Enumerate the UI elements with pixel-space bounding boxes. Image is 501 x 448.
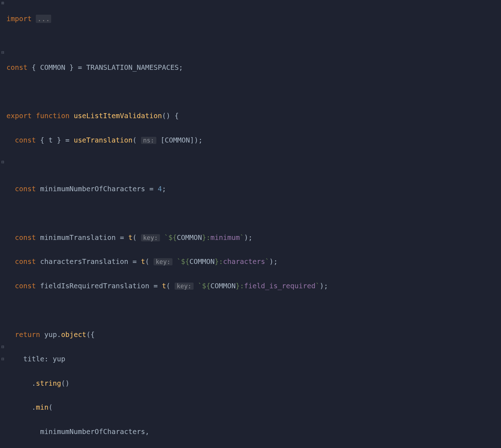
code-line: title: yup [6,353,501,365]
code-line [6,207,501,220]
keyword-import: import [6,15,31,23]
code-line [6,159,501,171]
code-area[interactable]: import ... const { COMMON } = TRANSLATIO… [6,0,501,448]
code-line: const minimumTranslation = t( key: `${CO… [6,232,501,244]
code-line [6,37,501,49]
param-hint: key: [154,258,172,265]
fold-icon[interactable]: ⊞ [1,1,5,5]
code-line: const { t } = useTranslation( ns: [COMMO… [6,134,501,146]
code-line [6,86,501,98]
code-editor[interactable]: ⊞ ⊟ ⊟ ⊟ ⊟ import ... const { COMMON } = … [0,0,501,448]
param-hint: ns: [141,137,156,144]
code-line: const minimumNumberOfCharacters = 4; [6,183,501,195]
fold-icon[interactable]: ⊟ [1,160,5,164]
code-line: import ... [6,13,501,25]
code-line: export function useListItemValidation() … [6,110,501,122]
fold-icon[interactable]: ⊟ [1,51,5,54]
code-line: .min( [6,401,501,414]
code-line: minimumNumberOfCharacters, [6,426,501,438]
code-line: const { COMMON } = TRANSLATION_NAMESPACE… [6,62,501,74]
code-line: .string() [6,377,501,390]
code-line: return yup.object({ [6,329,501,341]
code-line: const charactersTranslation = t( key: `$… [6,256,501,268]
function-name: useListItemValidation [74,112,162,120]
gutter: ⊞ ⊟ ⊟ ⊟ ⊟ [0,0,6,448]
code-line [6,304,501,317]
fold-close-icon[interactable]: ⊟ [1,345,5,349]
folded-placeholder[interactable]: ... [36,15,51,23]
code-line: const fieldIsRequiredTranslation = t( ke… [6,280,501,292]
param-hint: key: [175,283,194,290]
fold-close-icon[interactable]: ⊟ [1,357,5,361]
param-hint: key: [141,234,160,241]
